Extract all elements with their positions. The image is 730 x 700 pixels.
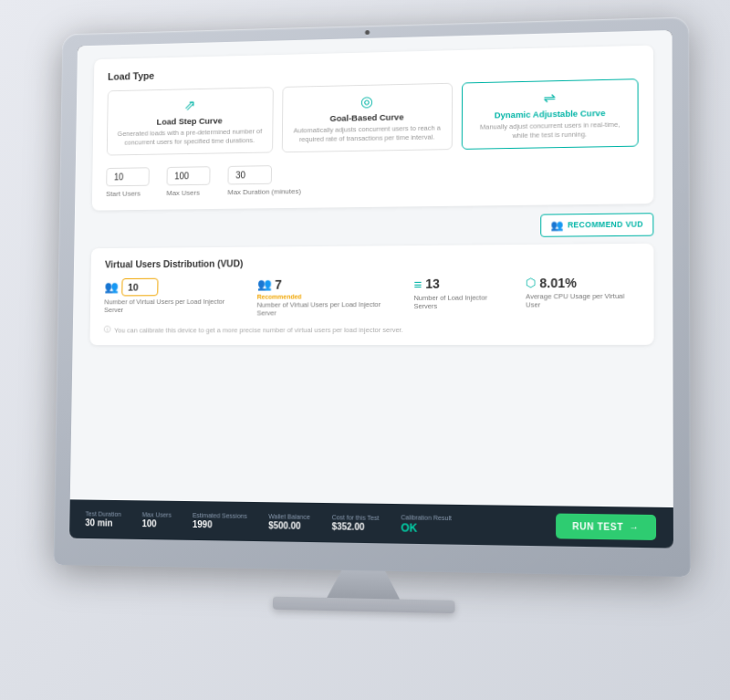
recommended-users-icon: 👥 bbox=[257, 277, 272, 290]
screen-content: Load Type ⇗ Load Step Curve Generated lo… bbox=[69, 29, 673, 548]
est-sessions-value: 1990 bbox=[193, 519, 247, 530]
cost-label: Cost for this Test bbox=[332, 514, 380, 521]
max-users-stat: Max Users 100 bbox=[142, 511, 172, 528]
cost-stat: Cost for this Test $352.00 bbox=[331, 514, 379, 532]
goal-based-option[interactable]: ◎ Goal-Based Curve Automatically adjusts… bbox=[281, 82, 453, 151]
info-icon: ⓘ bbox=[104, 325, 111, 334]
max-duration-input[interactable] bbox=[227, 164, 271, 183]
load-step-desc: Generated loads with a pre-determined nu… bbox=[116, 127, 263, 147]
run-test-button[interactable]: RUN TEST → bbox=[556, 513, 657, 539]
camera-dot bbox=[365, 30, 370, 35]
load-step-title: Load Step Curve bbox=[117, 114, 264, 127]
max-duration-group: Max Duration (minutes) bbox=[227, 164, 301, 195]
test-duration-stat: Test Duration 30 min bbox=[85, 510, 121, 528]
goal-based-desc: Automatically adjusts concurrent users t… bbox=[291, 123, 443, 143]
recommend-vud-row: 👥 RECOMMEND VUD bbox=[91, 212, 653, 240]
dynamic-option[interactable]: ⇌ Dynamic Adjustable Curve Manually adju… bbox=[462, 78, 639, 149]
vud-note: ⓘ You can calibrate this device to get a… bbox=[104, 324, 639, 334]
input-fields-row: Start Users Max Users Max Duration (minu… bbox=[106, 159, 639, 197]
estimated-sessions-stat: Estimated Sessions 1990 bbox=[193, 512, 247, 530]
cpu-usage-label: Average CPU Usage per Virtual User bbox=[526, 291, 639, 309]
wallet-label: Wallet Balance bbox=[268, 513, 310, 520]
start-users-label: Start Users bbox=[106, 189, 149, 197]
run-test-label: RUN TEST bbox=[572, 520, 623, 531]
load-step-icon: ⇗ bbox=[117, 95, 264, 115]
dynamic-icon: ⇌ bbox=[472, 87, 628, 108]
monitor-bezel: Load Type ⇗ Load Step Curve Generated lo… bbox=[69, 29, 673, 548]
max-users-group: Max Users bbox=[166, 165, 210, 196]
load-servers-metric: ≡ 13 Number of Load Injector Servers bbox=[413, 275, 511, 317]
recommended-vud-label: Number of Virtual Users per Load Injecto… bbox=[256, 299, 399, 318]
calibration-value: OK bbox=[401, 520, 452, 534]
load-servers-value: 13 bbox=[425, 276, 440, 290]
cost-value: $352.00 bbox=[331, 521, 379, 532]
calibration-group: Calibration Result OK bbox=[401, 513, 452, 534]
start-users-input[interactable] bbox=[106, 166, 150, 185]
vud-title: Virtual Users Distribution (VUD) bbox=[105, 254, 639, 268]
servers-icon: ≡ bbox=[413, 276, 422, 291]
vud-per-server-metric: 👥 Number of Virtual Users per Load Injec… bbox=[104, 277, 243, 318]
recommend-vud-label: RECOMMEND VUD bbox=[568, 219, 643, 229]
load-step-option[interactable]: ⇗ Load Step Curve Generated loads with a… bbox=[107, 87, 274, 155]
load-type-options: ⇗ Load Step Curve Generated loads with a… bbox=[107, 78, 639, 155]
recommended-vud-value: 7 bbox=[275, 277, 282, 291]
max-users-input[interactable] bbox=[167, 165, 211, 184]
max-duration-label: Max Duration (minutes) bbox=[227, 186, 301, 195]
vud-per-server-value-row: 👥 bbox=[104, 277, 243, 295]
wallet-value: $500.00 bbox=[268, 520, 310, 531]
goal-based-icon: ◎ bbox=[292, 90, 443, 110]
start-users-group: Start Users bbox=[106, 166, 150, 197]
load-servers-label: Number of Load Injector Servers bbox=[413, 292, 511, 310]
vud-per-server-label: Number of Virtual Users per Load Injecto… bbox=[104, 297, 243, 315]
vud-card: Virtual Users Distribution (VUD) 👥 bbox=[89, 243, 653, 345]
recommend-icon: 👥 bbox=[550, 218, 564, 230]
est-sessions-label: Estimated Sessions bbox=[193, 512, 247, 519]
recommended-labels: Recommended Number of Virtual Users per … bbox=[256, 292, 399, 318]
monitor-neck bbox=[327, 569, 400, 599]
dynamic-title: Dynamic Adjustable Curve bbox=[472, 107, 628, 120]
test-duration-label: Test Duration bbox=[86, 510, 121, 517]
max-users-bar-label: Max Users bbox=[142, 511, 172, 517]
max-users-label: Max Users bbox=[166, 188, 210, 196]
wallet-balance-stat: Wallet Balance $500.00 bbox=[268, 513, 310, 531]
load-servers-value-row: ≡ 13 bbox=[413, 275, 510, 291]
vud-metrics-row: 👥 Number of Virtual Users per Load Injec… bbox=[104, 274, 639, 318]
calibration-label: Calibration Result bbox=[401, 513, 452, 520]
load-type-title: Load Type bbox=[108, 58, 639, 82]
max-users-bar-value: 100 bbox=[142, 518, 172, 528]
main-area: Load Type ⇗ Load Step Curve Generated lo… bbox=[70, 29, 673, 507]
vud-note-text: You can calibrate this device to get a m… bbox=[114, 325, 403, 333]
recommended-badge: Recommended bbox=[257, 292, 400, 299]
load-type-card: Load Type ⇗ Load Step Curve Generated lo… bbox=[92, 45, 654, 210]
goal-based-title: Goal-Based Curve bbox=[291, 110, 443, 123]
vud-users-icon: 👥 bbox=[104, 279, 118, 293]
vud-per-server-input[interactable] bbox=[121, 277, 158, 296]
bottom-bar: Test Duration 30 min Max Users 100 Estim… bbox=[69, 499, 673, 548]
recommended-vud-metric: 👥 7 Recommended Number of Virtual Users … bbox=[256, 276, 399, 318]
cpu-usage-value-row: ⬡ 8.01% bbox=[526, 274, 639, 289]
cpu-icon: ⬡ bbox=[526, 276, 536, 289]
dynamic-desc: Manually adjust concurrent users in real… bbox=[472, 120, 628, 141]
test-duration-value: 30 min bbox=[85, 517, 120, 528]
recommend-vud-button[interactable]: 👥 RECOMMEND VUD bbox=[540, 212, 653, 236]
recommended-vud-value-row: 👥 7 bbox=[257, 276, 400, 291]
monitor-base bbox=[273, 596, 455, 613]
run-test-arrow-icon: → bbox=[629, 521, 639, 532]
cpu-usage-value: 8.01% bbox=[539, 275, 577, 289]
cpu-usage-metric: ⬡ 8.01% Average CPU Usage per Virtual Us… bbox=[526, 274, 639, 317]
